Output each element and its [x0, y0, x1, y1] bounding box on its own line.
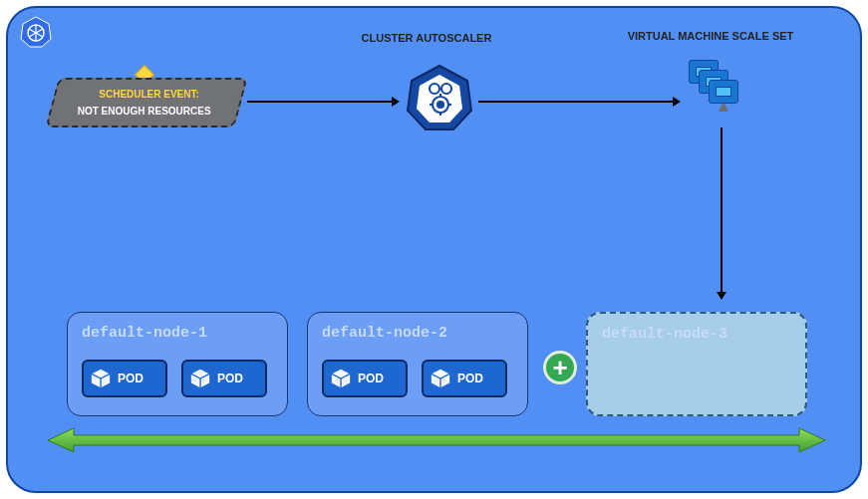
pod-label: POD — [457, 372, 483, 385]
cluster-autoscaler-label: CLUSTER AUTOSCALER — [337, 32, 516, 44]
node-3-new: default-node-3 — [586, 312, 807, 416]
node-3-title: default-node-3 — [602, 326, 793, 343]
pod: POD — [181, 360, 267, 397]
vmss-label: VIRTUAL MACHINE SCALE SET — [611, 30, 810, 42]
pod: POD — [422, 360, 507, 397]
pod-label: POD — [358, 372, 384, 385]
add-node-plus-icon: + — [543, 351, 577, 384]
scheduler-event-title: SCHEDULER EVENT: — [99, 89, 199, 100]
arrow-autoscaler-to-vmss — [478, 101, 678, 103]
pod: POD — [322, 360, 408, 397]
node-1: default-node-1 POD POD — [67, 312, 288, 416]
pod-label: POD — [217, 372, 243, 385]
node-1-title: default-node-1 — [82, 325, 275, 342]
svg-marker-26 — [48, 428, 825, 452]
pod: POD — [82, 360, 167, 397]
horizontal-scale-arrow — [48, 426, 825, 454]
pod-label: POD — [118, 372, 144, 385]
arrow-vmss-to-node3 — [721, 127, 723, 297]
node-2: default-node-2 POD POD — [307, 312, 528, 416]
arrow-event-to-autoscaler — [247, 101, 397, 103]
cluster-autoscaler-icon — [405, 63, 474, 132]
kubernetes-logo-icon — [20, 16, 52, 48]
scheduler-event-box: SCHEDULER EVENT: NOT ENOUGH RESOURCES — [45, 78, 247, 127]
scheduler-event-message: NOT ENOUGH RESOURCES — [78, 106, 211, 117]
node-2-title: default-node-2 — [322, 325, 515, 342]
vmss-icon — [689, 60, 748, 120]
kubernetes-cluster-frame: CLUSTER AUTOSCALER VIRTUAL MACHINE SCALE… — [6, 6, 862, 493]
svg-point-13 — [437, 102, 443, 108]
